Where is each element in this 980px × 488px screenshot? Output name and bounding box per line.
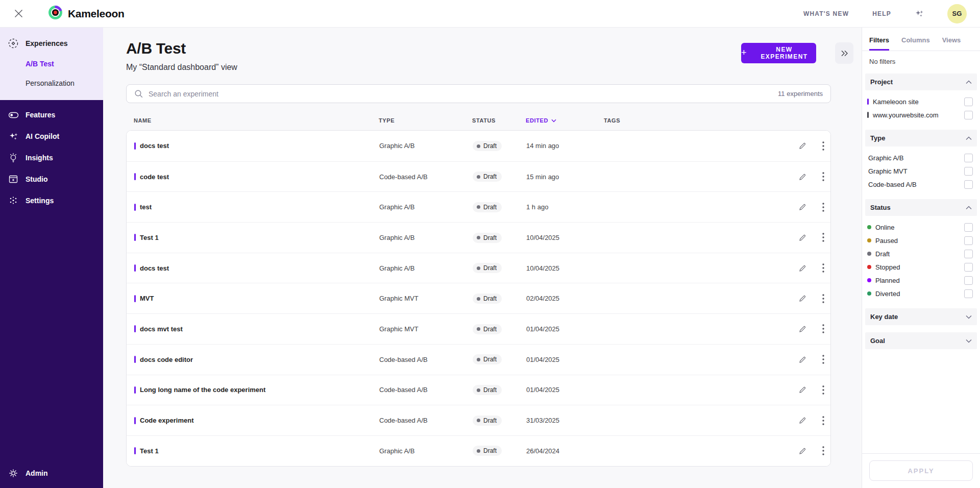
experiment-name[interactable]: MVT [140,295,154,302]
search-input[interactable] [149,90,773,98]
sidebar-item-experiences[interactable]: Experiences [0,34,103,54]
section-project[interactable]: Project [865,74,977,90]
help-link[interactable]: HELP [872,10,891,17]
table-row[interactable]: docs code editor Code-based A/B Draft 01… [127,344,830,375]
status-dot [477,419,480,422]
edit-button[interactable] [797,172,808,182]
row-menu-button[interactable] [821,202,825,213]
edit-button[interactable] [797,324,808,334]
whats-new-link[interactable]: WHAT'S NEW [803,10,849,17]
experiment-name[interactable]: test [140,203,152,211]
table-row[interactable]: code test Code-based A/B Draft 15 min ag… [127,161,830,192]
row-menu-button[interactable] [821,323,825,334]
table-row[interactable]: Long long name of the code experiment Co… [127,375,830,405]
project-checkbox[interactable] [964,97,973,106]
sidebar-item-ab-test[interactable]: A/B Test [0,54,103,74]
status-checkbox[interactable] [964,236,973,245]
row-menu-button[interactable] [821,140,825,152]
status-dot [477,266,480,270]
type-checkbox[interactable] [964,167,973,176]
experiment-name[interactable]: docs mvt test [140,325,183,333]
kebab-menu-icon [822,355,824,364]
row-menu-button[interactable] [821,171,825,182]
experiment-type: Graphic A/B [379,264,473,272]
tab-columns[interactable]: Columns [901,36,930,51]
table-row[interactable]: Test 1 Graphic A/B Draft 10/04/2025 [127,222,830,253]
status-checkbox[interactable] [964,223,973,232]
sidebar-item-ai-copilot[interactable]: AI Copilot [0,126,103,147]
edit-button[interactable] [797,415,808,426]
row-menu-button[interactable] [821,232,825,243]
sparkles-icon[interactable] [915,9,924,18]
edit-button[interactable] [797,354,808,365]
edit-button[interactable] [797,202,808,212]
collapse-panel-button[interactable] [835,42,853,64]
new-experiment-button[interactable]: + NEW EXPERIMENT [741,43,816,63]
section-status[interactable]: Status [865,199,977,216]
section-goal[interactable]: Goal [865,332,977,349]
sidebar-item-settings[interactable]: Settings [0,190,103,211]
row-menu-button[interactable] [821,445,825,456]
experiment-name[interactable]: docs code editor [140,356,193,363]
experiment-name[interactable]: docs test [140,264,169,272]
edit-button[interactable] [797,232,808,243]
experiment-edited: 10/04/2025 [526,264,604,272]
status-checkbox[interactable] [964,289,973,298]
column-type[interactable]: TYPE [379,117,472,124]
row-menu-button[interactable] [821,293,825,304]
table-row[interactable]: docs test Graphic A/B Draft 10/04/2025 [127,253,830,283]
row-menu-button[interactable] [821,384,825,396]
experiment-color-bar [134,173,136,180]
sidebar-item-features[interactable]: Features [0,104,103,126]
column-edited[interactable]: EDITED [526,117,604,124]
tab-views[interactable]: Views [942,36,961,51]
sidebar-item-studio[interactable]: Studio [0,168,103,190]
edit-button[interactable] [797,140,808,151]
experiment-name[interactable]: docs test [140,142,169,150]
table-row[interactable]: docs mvt test Graphic MVT Draft 01/04/20… [127,313,830,344]
edit-button[interactable] [797,263,808,274]
user-avatar[interactable]: SG [947,4,967,23]
sidebar-item-insights[interactable]: Insights [0,147,103,168]
sidebar-item-admin[interactable]: Admin [0,462,103,484]
edit-button[interactable] [797,293,808,304]
column-status[interactable]: STATUS [472,117,526,124]
pencil-icon [798,416,807,425]
experiment-name[interactable]: Test 1 [140,447,159,455]
section-type[interactable]: Type [865,130,977,147]
column-tags[interactable]: TAGS [604,117,784,124]
project-checkbox[interactable] [964,111,973,119]
experiment-edited: 02/04/2025 [526,295,604,302]
status-filter-item: Stopped [867,260,973,274]
experiment-name[interactable]: Code experiment [140,417,193,424]
experiment-edited: 31/03/2025 [526,417,604,424]
row-menu-button[interactable] [821,262,825,274]
experiment-type: Code-based A/B [379,356,473,363]
sidebar-item-personalization[interactable]: Personalization [0,74,103,93]
sidebar: Experiences A/B Test Personalization Fea… [0,28,103,488]
status-checkbox[interactable] [964,250,973,258]
plus-icon: + [741,47,747,58]
row-menu-button[interactable] [821,354,825,365]
search-icon [134,89,143,99]
table-row[interactable]: Code experiment Code-based A/B Draft 31/… [127,405,830,435]
row-menu-button[interactable] [821,415,825,426]
type-checkbox[interactable] [964,154,973,162]
section-key-date[interactable]: Key date [865,308,977,325]
edit-button[interactable] [797,446,808,456]
table-row[interactable]: docs test Graphic A/B Draft 14 min ago [127,131,830,161]
experiment-name[interactable]: Test 1 [140,234,159,241]
experiment-name[interactable]: Long long name of the code experiment [140,386,265,394]
close-icon[interactable] [11,7,26,21]
tab-filters[interactable]: Filters [869,36,889,51]
column-name[interactable]: NAME [134,117,379,124]
experiment-name[interactable]: code test [140,173,169,181]
type-checkbox[interactable] [964,180,973,189]
status-checkbox[interactable] [964,276,973,285]
table-row[interactable]: MVT Graphic MVT Draft 02/04/2025 [127,283,830,313]
table-row[interactable]: test Graphic A/B Draft 1 h ago [127,191,830,222]
table-row[interactable]: Test 1 Graphic A/B Draft 26/04/2024 [127,435,830,466]
edit-button[interactable] [797,384,808,395]
apply-button[interactable]: APPLY [869,460,973,481]
status-checkbox[interactable] [964,263,973,272]
